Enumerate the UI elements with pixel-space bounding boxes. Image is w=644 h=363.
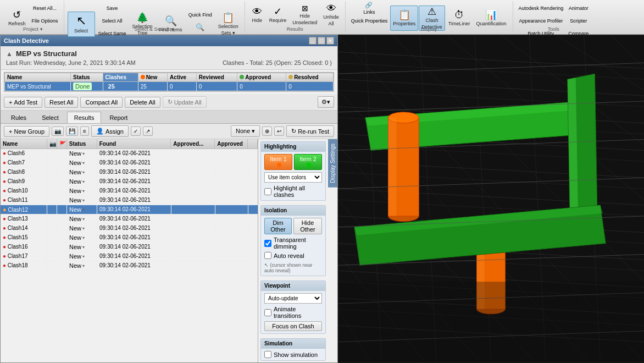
display-settings-tab[interactable]: Display Settings (328, 139, 337, 188)
col-header-approved[interactable]: Approved (215, 139, 248, 148)
col-header-approved-by[interactable]: Approved... (171, 139, 215, 148)
select-all-button[interactable]: Select All (96, 15, 129, 27)
col-header-flag[interactable]: 🚩 (57, 139, 67, 148)
select-button[interactable]: ↖ Select (68, 12, 95, 37)
reset-all-button[interactable]: Reset All (45, 97, 78, 108)
list-item[interactable]: ● Clash12 New ▾ 09:30:14 02-06-2021 (1, 205, 258, 215)
animator-button[interactable]: Animator (566, 2, 591, 14)
dim-other-button[interactable]: Dim Other (264, 218, 292, 234)
list-item[interactable]: ● Clash11 New ▾ 09:30:14 02-06-2021 (1, 196, 258, 205)
auto-update-dropdown[interactable]: Auto-update (264, 293, 322, 304)
col-header-found[interactable]: Found (97, 139, 171, 148)
auto-reveal-input[interactable] (264, 252, 271, 259)
highlight-all-checkbox[interactable]: Highlight all clashes (264, 185, 322, 198)
update-all-button[interactable]: ↻ Update All (163, 96, 207, 108)
list-item[interactable]: ● Clash9 New ▾ 09:30:14 02-06-2021 (1, 177, 258, 186)
show-simulation-checkbox[interactable]: Show simulation (264, 351, 322, 358)
scripter-button[interactable]: Scripter (566, 15, 591, 27)
isolation-buttons-row: Dim Other Hide Other (264, 218, 322, 234)
col-header-new[interactable]: New (138, 73, 167, 82)
save-selection-button[interactable]: Save (96, 2, 129, 14)
col-header-name[interactable]: Name (5, 73, 71, 82)
unhide-all-button[interactable]: 👁 Unhide All (320, 2, 342, 28)
list-item[interactable]: ● Clash14 New ▾ 09:30:14 02-06-2021 (1, 224, 258, 233)
search-icon-btn[interactable]: 🔍 (186, 21, 214, 34)
list-item[interactable]: ● Clash13 New ▾ 09:30:14 02-06-2021 (1, 215, 258, 224)
clash-list-header: Name 📷 🚩 Status Found Approved... Approv… (1, 139, 258, 149)
item1-button[interactable]: Item 1 (264, 154, 292, 170)
selection-tree-button[interactable]: 🌲 Selection Tree (130, 12, 156, 37)
table-row[interactable]: MEP vs Structural Done 25 25 0 0 0 0 (5, 82, 334, 91)
file-options-button[interactable]: File Options (30, 15, 60, 27)
highlight-all-input[interactable] (264, 188, 271, 195)
save-view-button[interactable]: 💾 (66, 127, 78, 136)
focus-on-clash-button[interactable]: Focus on Clash (264, 321, 322, 331)
new-group-button[interactable]: + New Group (4, 126, 49, 137)
col-header-cam[interactable]: 📷 (47, 139, 57, 148)
assign-button[interactable]: 👤 Assign (91, 125, 129, 137)
col-header-status[interactable]: Status (71, 73, 103, 82)
quantification-button[interactable]: 📊 Quantification (474, 6, 509, 31)
results-toolbar: + New Group 📷 💾 ≡ 👤 Assign ✓ ↗ None ▾ (1, 124, 337, 139)
col-header-clash-name[interactable]: Name (1, 139, 47, 148)
list-item[interactable]: ● Clash18 New ▾ 09:30:14 02-06-2021 (1, 261, 258, 271)
list-item[interactable]: ● Clash6 New ▾ 09:30:14 02-06-2021 (1, 149, 258, 158)
camera-button[interactable]: 📷 (52, 127, 64, 136)
col-header-clashes[interactable]: Clashes (103, 73, 138, 82)
col-header-approved[interactable]: Approved (237, 73, 286, 82)
none-dropdown-button[interactable]: None ▾ (231, 125, 260, 137)
list-item[interactable]: ● Clash16 New ▾ 09:30:14 02-06-2021 (1, 243, 258, 252)
col-header-reviewed[interactable]: Reviewed (196, 73, 237, 82)
collapse-icon[interactable]: ▲ (6, 50, 13, 58)
list-item[interactable]: ● Clash7 New ▾ 09:30:14 02-06-2021 (1, 158, 258, 168)
tab-select[interactable]: Select (35, 112, 66, 123)
timeliner-button[interactable]: ⏱ TimeLiner (446, 6, 473, 31)
appearance-profiler-button[interactable]: Appearance Profiler (517, 15, 566, 27)
col-header-active[interactable]: Active (168, 73, 197, 82)
transparent-dimming-input[interactable] (264, 240, 271, 247)
hide-unselected-button[interactable]: ⊠ Hide Unselected (290, 2, 320, 28)
reset-all-button[interactable]: Reset All... (30, 2, 60, 14)
autodesk-rendering-button[interactable]: Autodesk Rendering (517, 2, 566, 14)
tab-report[interactable]: Report (102, 112, 135, 123)
delete-all-button[interactable]: Delete All (125, 97, 160, 108)
list-view-button[interactable]: ≡ (80, 127, 89, 136)
tab-results[interactable]: Results (67, 112, 102, 123)
find-items-button[interactable]: 🔍 Find Items (157, 12, 185, 37)
maximize-button[interactable]: □ (318, 37, 325, 45)
minimize-button[interactable]: _ (309, 37, 317, 45)
list-item[interactable]: ● Clash15 New ▾ 09:30:14 02-06-2021 (1, 233, 258, 243)
selection-sets-button[interactable]: 📋 Selection Sets ▾ (215, 12, 241, 37)
require-button[interactable]: ✓ Require (267, 2, 290, 28)
export-button[interactable]: ↗ (143, 127, 153, 136)
list-item[interactable]: ● Clash17 New ▾ 09:30:14 02-06-2021 (1, 252, 258, 261)
properties-button[interactable]: 📋 Properties (390, 6, 418, 31)
transparent-dimming-checkbox[interactable]: Transparent dimming (264, 237, 322, 250)
hide-other-button[interactable]: Hide Other (293, 218, 322, 234)
hide-button[interactable]: 👁 Hide (248, 2, 266, 28)
quick-properties-button[interactable]: Quick Properties (349, 15, 390, 27)
quick-find-button[interactable]: Quick Find (186, 9, 214, 21)
col-header-resolved[interactable]: Resolved (286, 73, 334, 82)
compact-all-button[interactable]: Compact All (80, 97, 123, 108)
animate-transitions-input[interactable] (264, 309, 271, 316)
item2-button[interactable]: Item 2 (294, 154, 322, 170)
col-header-clash-status[interactable]: Status (67, 139, 97, 148)
move-to-button[interactable]: ↩ (274, 127, 284, 136)
show-simulation-input[interactable] (264, 351, 271, 358)
list-item[interactable]: ● Clash8 New ▾ 09:30:14 02-06-2021 (1, 168, 258, 177)
animate-transitions-checkbox[interactable]: Animate transitions (264, 306, 322, 319)
tab-rules[interactable]: Rules (4, 112, 34, 123)
project-group-label[interactable]: Project ▾ (23, 26, 43, 32)
zoom-button[interactable]: ⊕ (262, 127, 272, 136)
item-colors-dropdown[interactable]: Use item colors (264, 172, 322, 183)
panel-settings-button[interactable]: ⚙▾ (318, 96, 334, 108)
rerun-test-button[interactable]: ↻ Re-run Test (286, 125, 334, 137)
links-button[interactable]: 🔗Links (349, 2, 390, 14)
auto-reveal-checkbox[interactable]: Auto reveal (264, 252, 322, 259)
add-test-button[interactable]: + Add Test (4, 97, 42, 108)
list-item[interactable]: ● Clash10 New ▾ 09:30:14 02-06-2021 (1, 186, 258, 196)
close-button[interactable]: × (326, 37, 334, 45)
approve-button[interactable]: ✓ (131, 127, 141, 136)
select-same-button[interactable]: Select Same (96, 28, 129, 40)
